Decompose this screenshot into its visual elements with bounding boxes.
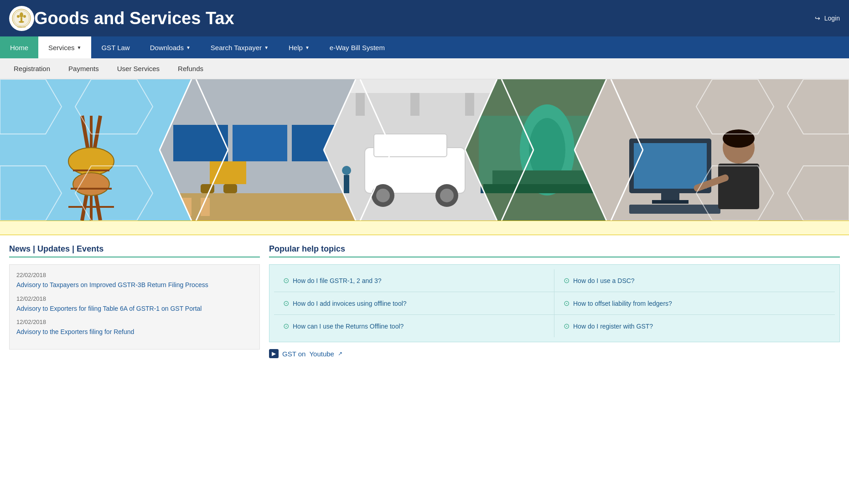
help-item-dsc[interactable]: ⊙ How do I use a DSC? bbox=[554, 269, 835, 292]
help-arrow-icon-3: ⊙ bbox=[283, 299, 289, 308]
news-link-2[interactable]: Advisory to Exporters for filing Table 6… bbox=[16, 304, 253, 314]
svg-rect-58 bbox=[629, 205, 720, 214]
help-item-dsc-label: How do I use a DSC? bbox=[573, 277, 635, 284]
svg-point-40 bbox=[376, 189, 390, 202]
svg-point-2 bbox=[20, 12, 23, 18]
help-arrow-icon-1: ⊙ bbox=[283, 276, 289, 285]
subnav-payments-label: Payments bbox=[68, 65, 99, 72]
subnav-user-services[interactable]: User Services bbox=[108, 58, 169, 79]
subnav-refunds[interactable]: Refunds bbox=[169, 58, 212, 79]
news-section-title: News | Updates | Events bbox=[9, 244, 260, 257]
services-dropdown-arrow: ▼ bbox=[77, 45, 82, 50]
help-item-gstr-label: How do I file GSTR-1, 2 and 3? bbox=[293, 277, 382, 284]
svg-point-60 bbox=[723, 129, 755, 148]
svg-point-4 bbox=[19, 21, 24, 23]
help-arrow-icon-2: ⊙ bbox=[564, 276, 569, 285]
help-item-offset[interactable]: ⊙ How to offset liability from ledgers? bbox=[554, 292, 835, 315]
svg-rect-24 bbox=[233, 125, 287, 161]
help-item-offset-label: How to offset liability from ledgers? bbox=[573, 300, 672, 307]
help-item-invoices[interactable]: ⊙ How do I add invoices using offline to… bbox=[274, 292, 554, 315]
nav-item-help[interactable]: Help ▼ bbox=[279, 36, 320, 58]
youtube-label: GST on bbox=[282, 350, 305, 358]
help-item-returns-label: How can I use the Returns Offline tool? bbox=[293, 323, 404, 330]
nav-item-home[interactable]: Home bbox=[0, 36, 38, 58]
banner-svg bbox=[0, 79, 849, 221]
main-content: News | Updates | Events 22/02/2018 Advis… bbox=[0, 235, 849, 367]
login-icon: ↪ bbox=[815, 15, 820, 22]
nav-item-gst-law[interactable]: GST Law bbox=[91, 36, 140, 58]
sub-navigation: Registration Payments User Services Refu… bbox=[0, 58, 849, 79]
nav-item-downloads[interactable]: Downloads ▼ bbox=[140, 36, 201, 58]
site-title: Goods and Services Tax bbox=[34, 9, 815, 28]
svg-text:सत्यमेव जयते: सत्यमेव जयते bbox=[17, 26, 26, 28]
subnav-userservices-label: User Services bbox=[117, 65, 160, 72]
nav-home-label: Home bbox=[10, 44, 28, 51]
help-section-title: Popular help topics bbox=[269, 244, 840, 257]
nav-help-label: Help bbox=[289, 44, 303, 51]
nav-item-eway-bill[interactable]: e-Way Bill System bbox=[320, 36, 395, 58]
svg-point-5 bbox=[17, 15, 20, 18]
svg-rect-38 bbox=[374, 134, 447, 157]
news-date-1: 22/02/2018 bbox=[16, 272, 253, 278]
news-ticker: Portal for GST to log your issues. Pleas… bbox=[0, 221, 849, 235]
svg-rect-26 bbox=[210, 161, 246, 184]
svg-point-42 bbox=[440, 189, 454, 202]
subnav-registration-label: Registration bbox=[14, 65, 50, 72]
ticker-text: Portal for GST to log your issues. Pleas… bbox=[0, 225, 849, 231]
news-container: 22/02/2018 Advisory to Taxpayers on Impr… bbox=[9, 264, 260, 350]
login-button[interactable]: ↪ Login bbox=[815, 15, 840, 22]
help-item-invoices-label: How do I add invoices using offline tool… bbox=[293, 300, 407, 307]
help-column: Popular help topics ⊙ How do I file GSTR… bbox=[269, 244, 840, 358]
news-column: News | Updates | Events 22/02/2018 Advis… bbox=[9, 244, 260, 358]
svg-point-43 bbox=[342, 166, 351, 175]
news-date-3: 12/02/2018 bbox=[16, 319, 253, 325]
news-date-2: 12/02/2018 bbox=[16, 295, 253, 302]
svg-rect-57 bbox=[652, 200, 689, 204]
svg-rect-53 bbox=[575, 79, 849, 221]
subnav-refunds-label: Refunds bbox=[178, 65, 203, 72]
nav-searchtaxpayer-label: Search Taxpayer bbox=[211, 44, 262, 51]
help-arrow-icon-6: ⊙ bbox=[564, 322, 569, 330]
help-item-returns[interactable]: ⊙ How can I use the Returns Offline tool… bbox=[274, 315, 554, 337]
news-link-1[interactable]: Advisory to Taxpayers on Improved GSTR-3… bbox=[16, 281, 253, 290]
svg-point-6 bbox=[23, 15, 26, 18]
login-label: Login bbox=[824, 15, 840, 22]
nav-gstlaw-label: GST Law bbox=[101, 44, 129, 51]
nav-ewaybill-label: e-Way Bill System bbox=[330, 44, 385, 51]
nav-item-search-taxpayer[interactable]: Search Taxpayer ▼ bbox=[201, 36, 279, 58]
help-item-register-label: How do I register with GST? bbox=[573, 323, 653, 330]
news-link-3[interactable]: Advisory to the Exporters filing for Ref… bbox=[16, 328, 253, 337]
svg-rect-35 bbox=[410, 93, 419, 116]
help-topics-grid: ⊙ How do I file GSTR-1, 2 and 3? ⊙ How d… bbox=[269, 264, 840, 342]
help-dropdown-arrow: ▼ bbox=[305, 45, 310, 50]
subnav-payments[interactable]: Payments bbox=[59, 58, 108, 79]
help-arrow-icon-5: ⊙ bbox=[283, 322, 289, 330]
youtube-icon: ▶ bbox=[269, 349, 279, 358]
help-item-register[interactable]: ⊙ How do I register with GST? bbox=[554, 315, 835, 337]
hero-banner bbox=[0, 79, 849, 221]
nav-services-label: Services bbox=[48, 44, 75, 51]
youtube-section[interactable]: ▶ GST on Youtube ↗ bbox=[269, 349, 840, 358]
svg-rect-34 bbox=[356, 93, 365, 116]
emblem-logo: सत्यमेव जयते bbox=[9, 6, 34, 31]
site-header: सत्यमेव जयते Goods and Services Tax ↪ Lo… bbox=[0, 0, 849, 36]
svg-rect-55 bbox=[634, 143, 707, 189]
help-arrow-icon-4: ⊙ bbox=[564, 299, 569, 308]
youtube-external-icon: ↗ bbox=[338, 350, 342, 357]
searchtaxpayer-dropdown-arrow: ▼ bbox=[264, 45, 269, 50]
help-item-gstr[interactable]: ⊙ How do I file GSTR-1, 2 and 3? bbox=[274, 269, 554, 292]
svg-point-18 bbox=[73, 173, 109, 195]
nav-downloads-label: Downloads bbox=[150, 44, 184, 51]
svg-rect-3 bbox=[21, 18, 22, 21]
svg-rect-61 bbox=[718, 164, 759, 209]
main-navigation: Home Services ▼ GST Law Downloads ▼ Sear… bbox=[0, 36, 849, 58]
downloads-dropdown-arrow: ▼ bbox=[186, 45, 191, 50]
subnav-registration[interactable]: Registration bbox=[5, 58, 59, 79]
svg-rect-36 bbox=[465, 93, 474, 116]
nav-item-services[interactable]: Services ▼ bbox=[38, 36, 91, 58]
svg-rect-28 bbox=[223, 184, 237, 193]
youtube-link[interactable]: Youtube bbox=[309, 350, 334, 358]
svg-rect-44 bbox=[344, 175, 349, 193]
